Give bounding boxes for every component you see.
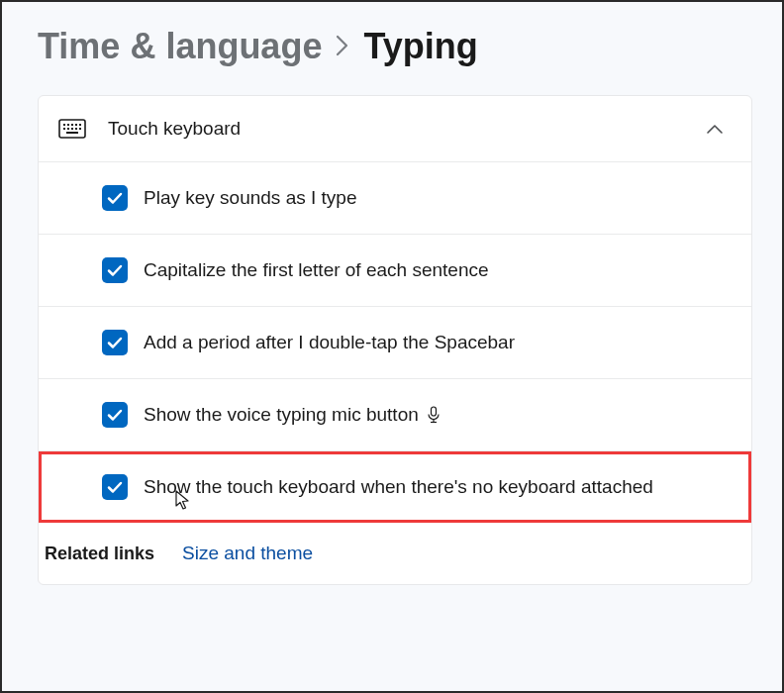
svg-rect-11 (66, 132, 78, 134)
related-links-heading: Related links (45, 544, 154, 564)
related-links-row: Related links Size and theme (39, 523, 751, 584)
svg-rect-8 (71, 128, 73, 130)
touch-keyboard-header[interactable]: Touch keyboard (39, 96, 751, 162)
breadcrumb-current: Typing (363, 26, 477, 67)
checkbox-icon[interactable] (102, 257, 128, 283)
svg-rect-10 (79, 128, 81, 130)
option-label: Add a period after I double-tap the Spac… (144, 330, 515, 355)
svg-rect-6 (63, 128, 65, 130)
chevron-right-icon (336, 33, 349, 63)
chevron-up-icon[interactable] (706, 124, 724, 135)
touch-keyboard-panel: Touch keyboard Play key sounds as I type… (38, 95, 752, 585)
svg-rect-1 (63, 124, 65, 126)
checkbox-icon[interactable] (102, 474, 128, 500)
checkbox-icon[interactable] (102, 330, 128, 355)
breadcrumb: Time & language Typing (38, 26, 752, 67)
svg-rect-3 (71, 124, 73, 126)
option-label: Show the voice typing mic button (144, 402, 441, 428)
svg-rect-4 (75, 124, 77, 126)
svg-rect-5 (79, 124, 81, 126)
svg-rect-12 (431, 407, 436, 416)
option-voice-mic[interactable]: Show the voice typing mic button (39, 379, 751, 451)
option-show-touch-keyboard[interactable]: Show the touch keyboard when there's no … (39, 451, 751, 523)
option-capitalize-first[interactable]: Capitalize the first letter of each sent… (39, 235, 751, 307)
breadcrumb-parent[interactable]: Time & language (38, 26, 322, 67)
option-label: Play key sounds as I type (144, 185, 356, 211)
option-add-period[interactable]: Add a period after I double-tap the Spac… (39, 307, 751, 379)
size-and-theme-link[interactable]: Size and theme (182, 543, 313, 564)
svg-rect-9 (75, 128, 77, 130)
cursor-icon (175, 490, 193, 516)
option-label: Show the touch keyboard when there's no … (144, 474, 653, 500)
option-play-sounds[interactable]: Play key sounds as I type (39, 162, 751, 235)
checkbox-icon[interactable] (102, 185, 128, 211)
section-title: Touch keyboard (108, 118, 684, 140)
option-label: Capitalize the first letter of each sent… (144, 257, 489, 283)
microphone-icon (427, 406, 441, 424)
checkbox-icon[interactable] (102, 402, 128, 428)
keyboard-icon (58, 119, 86, 139)
svg-rect-2 (67, 124, 69, 126)
svg-rect-7 (67, 128, 69, 130)
